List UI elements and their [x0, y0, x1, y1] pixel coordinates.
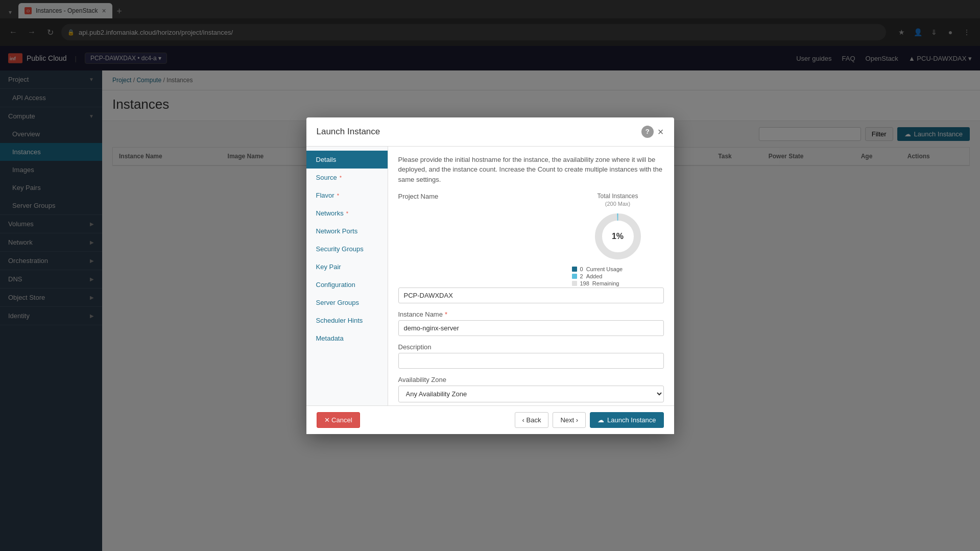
launch-instance-modal: Launch Instance ? × Details Source * Fla… — [306, 117, 674, 434]
modal-nav-configuration[interactable]: Configuration — [306, 276, 388, 294]
legend-remaining-value: 198 — [580, 280, 589, 286]
modal-nav-metadata[interactable]: Metadata — [306, 329, 388, 347]
legend-added-label: Added — [586, 273, 603, 279]
availability-zone-label: Availability Zone — [398, 376, 664, 384]
legend-added-value: 2 — [580, 273, 583, 279]
modal-nav-source-label: Source — [316, 174, 337, 181]
modal-nav-security-groups-label: Security Groups — [316, 245, 364, 253]
modal-nav-source[interactable]: Source * — [306, 169, 388, 186]
modal-nav-metadata-label: Metadata — [316, 334, 344, 342]
source-required-star: * — [338, 175, 342, 181]
modal-nav-configuration-label: Configuration — [316, 281, 355, 289]
instance-name-label: Instance Name * — [398, 310, 664, 318]
modal-nav-key-pair-label: Key Pair — [316, 263, 341, 271]
modal-nav-network-ports-label: Network Ports — [316, 227, 358, 235]
modal-nav-server-groups-label: Server Groups — [316, 299, 360, 306]
instance-name-input[interactable] — [398, 320, 664, 336]
back-button[interactable]: ‹ Back — [515, 412, 549, 428]
modal-nav-details[interactable]: Details — [306, 151, 388, 169]
next-button[interactable]: Next › — [553, 412, 586, 428]
modal-close-button[interactable]: × — [658, 127, 664, 137]
launch-instance-button[interactable]: ☁ Launch Instance — [590, 412, 663, 428]
description-input[interactable] — [398, 353, 664, 369]
legend-current-value: 0 — [580, 266, 583, 272]
modal-title: Launch Instance — [317, 127, 380, 137]
project-name-input[interactable] — [398, 288, 664, 303]
availability-zone-select[interactable]: Any Availability Zone — [398, 386, 664, 402]
modal-form-content: Please provide the initial hostname for … — [388, 147, 674, 405]
modal-nav-network-ports[interactable]: Network Ports — [306, 222, 388, 240]
legend-dot-added — [572, 274, 577, 279]
modal-nav-scheduler-hints-label: Scheduler Hints — [316, 317, 363, 324]
modal-nav-server-groups[interactable]: Server Groups — [306, 294, 388, 312]
modal-nav-details-label: Details — [316, 156, 337, 163]
modal-nav-key-pair[interactable]: Key Pair — [306, 258, 388, 276]
modal-nav-networks[interactable]: Networks * — [306, 204, 388, 222]
legend-remaining-label: Remaining — [592, 280, 619, 286]
flavor-required-star: * — [336, 193, 339, 199]
modal-nav-flavor-label: Flavor — [316, 191, 334, 199]
modal-nav-security-groups[interactable]: Security Groups — [306, 240, 388, 258]
modal-overlay: Launch Instance ? × Details Source * Fla… — [0, 0, 980, 551]
rocket-icon: ☁ — [597, 416, 604, 424]
legend-current-label: Current Usage — [586, 266, 623, 272]
cancel-button[interactable]: ✕ Cancel — [317, 412, 360, 428]
modal-nav-flavor[interactable]: Flavor * — [306, 186, 388, 204]
launch-instance-label: Launch Instance — [607, 416, 656, 424]
total-instances-chart: Total Instances (200 Max) 1% — [572, 193, 664, 288]
project-name-label: Project Name — [398, 193, 572, 200]
legend-dot-current — [572, 267, 577, 272]
instance-name-required-star: * — [445, 310, 447, 318]
help-icon[interactable]: ? — [641, 126, 654, 138]
legend-dot-remaining — [572, 281, 577, 286]
modal-nav: Details Source * Flavor * Networks * Net… — [306, 147, 388, 405]
chart-title: Total Instances — [572, 193, 664, 200]
networks-required-star: * — [345, 210, 348, 217]
modal-description: Please provide the initial hostname for … — [398, 155, 664, 185]
modal-nav-scheduler-hints[interactable]: Scheduler Hints — [306, 312, 388, 329]
chart-subtitle: (200 Max) — [572, 201, 664, 207]
description-label: Description — [398, 343, 664, 351]
modal-nav-networks-label: Networks — [316, 209, 344, 217]
donut-percent-label: 1% — [612, 232, 624, 241]
